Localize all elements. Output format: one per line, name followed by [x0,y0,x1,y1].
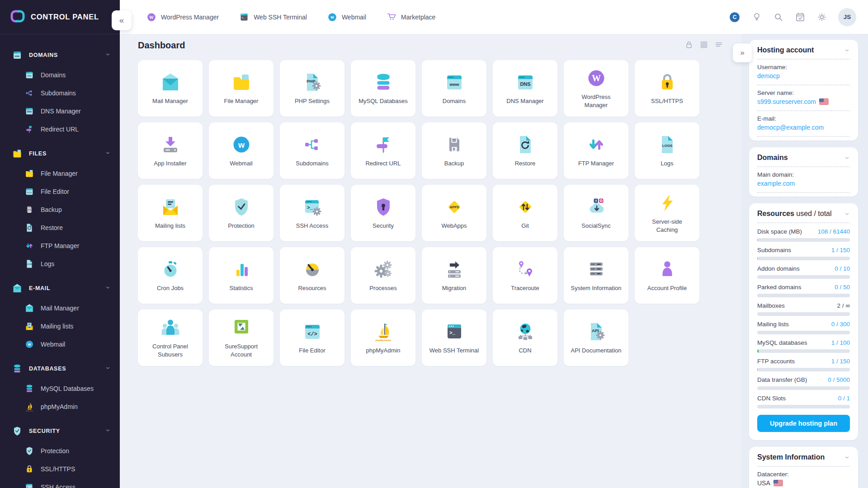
tile-mailing-lists[interactable]: Mailing lists [138,185,203,241]
sidebar-item-mysql-databases[interactable]: MySQL Databases [0,380,120,398]
tile-security[interactable]: Security [351,185,415,241]
sidebar-item-restore[interactable]: Restore [0,219,120,237]
tile-web-ssh-terminal[interactable]: >_Web SSH Terminal [422,310,486,366]
sidebar-item-mailing-lists[interactable]: Mailing lists [0,317,120,335]
chevron-down-icon[interactable] [844,211,850,217]
quick-link-web-ssh-terminal[interactable]: >_Web SSH Terminal [239,12,307,23]
lock-outline-icon[interactable] [684,40,693,49]
list-view-icon[interactable] [714,40,723,49]
tile-resources[interactable]: Resources [280,247,344,304]
tile-file-manager[interactable]: File Manager [209,60,274,117]
sidebar-collapse-button[interactable]: « [112,10,132,30]
tile-mysql-databases[interactable]: MySQL Databases [351,60,415,117]
chevron-down-icon[interactable] [844,455,850,460]
sidebar-section-databases[interactable]: DATABASES [0,358,120,380]
tile-protection[interactable]: Protection [209,185,274,241]
sidebar-item-webmail[interactable]: wWebmail [0,335,120,353]
tile-server-side-caching[interactable]: Server-side Caching [635,185,699,241]
tile-traceroute[interactable]: Traceroute [493,247,557,304]
tile-logs[interactable]: LOGSLogs [635,122,699,179]
sidebar-item-ssh-access[interactable]: >_SSH Access [0,478,120,488]
tile-file-editor[interactable]: </>File Editor [280,310,344,366]
sidebar-section-e-mail[interactable]: E-MAIL [0,277,120,299]
resource-value[interactable]: 108 / 61440 [818,228,850,235]
search-icon[interactable] [773,12,784,23]
link-value[interactable]: example.com [757,180,795,187]
tile-account-profile[interactable]: Account Profile [635,247,699,304]
tile-cron-jobs[interactable]: Cron Jobs [138,247,203,304]
tile-redirect-url[interactable]: Redirect URL [351,122,415,179]
tile-git[interactable]: Git [493,185,557,241]
brightness-icon[interactable] [816,12,827,23]
tile-ssl-https[interactable]: SSL/HTTPS [635,60,699,117]
resource-value[interactable]: 1 / 150 [831,247,850,253]
tile-suresupport-account[interactable]: SureSupport Account [209,310,274,366]
resource-value[interactable]: 0 / 300 [831,321,850,328]
sidebar-item-domains[interactable]: wwwDomains [0,66,120,84]
sidebar-item-protection[interactable]: Protection [0,442,120,460]
sidebar-item-logs[interactable]: LOGSLogs [0,255,120,273]
resource-value[interactable]: 0 / 50 [835,284,850,291]
info-row-value[interactable]: democp [757,72,850,80]
tile-control-panel-subusers[interactable]: Control Panel Subusers [138,310,203,366]
lightbulb-icon[interactable] [751,12,762,23]
chevron-down-icon[interactable] [105,150,111,158]
tile-webapps[interactable]: APPSWebApps [422,185,486,241]
resource-value[interactable]: 0 / 10 [835,265,850,272]
resource-value[interactable]: 0 / 1 [838,395,850,402]
rail-expand-button[interactable]: » [733,43,752,62]
user-avatar[interactable]: JS [838,8,856,26]
sidebar-item-file-manager[interactable]: File Manager [0,164,120,183]
tile-ssh-access[interactable]: >_SSH Access [280,185,344,241]
tile-php-settings[interactable]: PHPPHP Settings [280,60,344,117]
tile-domains[interactable]: wwwDomains [422,60,486,117]
chevron-down-icon[interactable] [105,284,111,292]
tile-migration[interactable]: Migration [422,247,486,304]
tile-subdomains[interactable]: Subdomains [280,122,344,179]
tile-wordpress-manager[interactable]: WWordPress Manager [564,60,628,117]
info-row-value[interactable]: democp@example.com [757,124,850,131]
link-value[interactable]: s999.sureserver.com [757,98,816,105]
tile-cdn[interactable]: CDN [493,310,557,366]
quick-link-webmail[interactable]: wWebmail [327,12,366,23]
tile-processes[interactable]: Processes [351,247,415,304]
tile-system-information[interactable]: System Information [564,247,628,304]
tile-api-documentation[interactable]: APIAPI Documentation [564,310,628,366]
sidebar-item-dns-manager[interactable]: DNSDNS Manager [0,102,120,120]
calendar-icon[interactable] [795,12,806,23]
tile-phpmyadmin[interactable]: phpMyAdminphpMyAdmin [351,310,415,366]
sidebar-item-backup[interactable]: Backup [0,201,120,219]
link-value[interactable]: democp [757,72,780,80]
sidebar-section-files[interactable]: FILES [0,143,120,164]
tile-app-installer[interactable]: App Installer [138,122,203,179]
tile-restore[interactable]: Restore [493,122,557,179]
tile-mail-manager[interactable]: Mail Manager [138,60,203,117]
chevron-down-icon[interactable] [844,155,850,161]
chevron-down-icon[interactable] [844,47,850,53]
link-value[interactable]: democp@example.com [757,124,824,131]
tile-dns-manager[interactable]: DNSDNS Manager [493,60,557,117]
sidebar-item-file-editor[interactable]: </>File Editor [0,183,120,201]
resource-value[interactable]: 1 / 150 [831,358,850,365]
sidebar-item-ssl-https[interactable]: SSL/HTTPS [0,460,120,478]
tile-socialsync[interactable]: fSocialSync [564,185,628,241]
quick-link-marketplace[interactable]: Marketplace [386,12,435,23]
sidebar-section-security[interactable]: SECURITY [0,420,120,442]
info-row-value[interactable]: example.com [757,180,850,187]
resource-value[interactable]: 1 / 100 [831,339,850,346]
resource-value[interactable]: 0 / 5000 [828,376,850,383]
grid-view-icon[interactable] [699,40,708,49]
tile-webmail[interactable]: wWebmail [209,122,274,179]
info-row-value[interactable]: s999.sureserver.com [757,98,850,105]
c-badge-icon[interactable]: C [729,11,741,23]
upgrade-hosting-plan-button[interactable]: Upgrade hosting plan [757,415,850,432]
chevron-down-icon[interactable] [105,427,111,435]
sidebar-section-domains[interactable]: wwwDOMAINS [0,44,120,66]
sidebar-item-subdomains[interactable]: Subdomains [0,84,120,102]
chevron-down-icon[interactable] [105,51,111,59]
chevron-down-icon[interactable] [105,365,111,373]
sidebar-item-ftp-manager[interactable]: FTP Manager [0,237,120,255]
sidebar-item-redirect-url[interactable]: Redirect URL [0,120,120,138]
tile-backup[interactable]: Backup [422,122,486,179]
sidebar-item-phpmyadmin[interactable]: phpMyAdminphpMyAdmin [0,398,120,416]
